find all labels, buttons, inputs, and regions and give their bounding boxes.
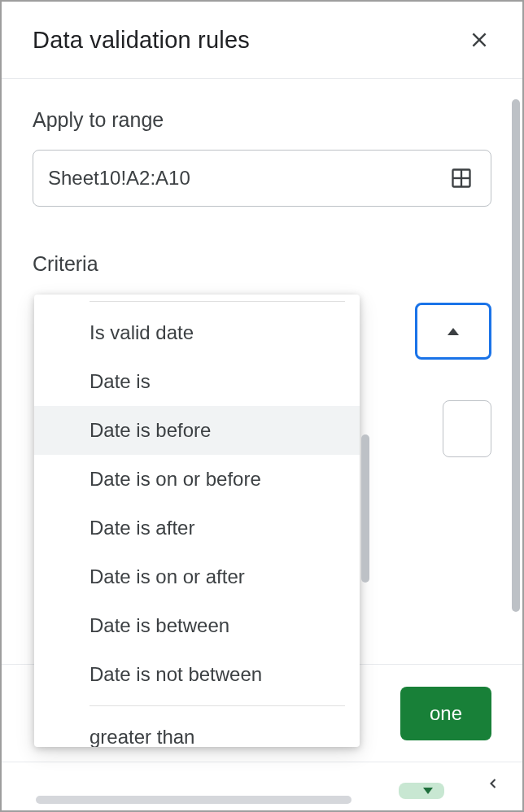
sheet-status-pill[interactable] <box>399 783 444 799</box>
horizontal-scrollbar[interactable] <box>36 796 352 804</box>
dropdown-option[interactable]: Date is between <box>34 601 360 650</box>
dropdown-option[interactable]: greater than <box>34 713 360 747</box>
chevron-left-icon <box>485 775 501 792</box>
dropdown-scrollbar[interactable] <box>361 434 369 583</box>
scroll-tabs-button[interactable] <box>480 771 506 799</box>
chevron-down-icon <box>423 788 433 794</box>
dropdown-option[interactable]: Is valid date <box>34 308 360 357</box>
criteria-dropdown: Is valid date Date is Date is before Dat… <box>34 295 360 747</box>
select-range-button[interactable] <box>447 164 476 193</box>
criteria-select-trigger[interactable] <box>415 303 491 360</box>
dropdown-option[interactable]: Date is not between <box>34 650 360 699</box>
dropdown-divider <box>90 705 345 706</box>
range-input-wrapper[interactable] <box>33 150 491 207</box>
apply-range-label: Apply to range <box>33 108 491 132</box>
panel-scrollbar[interactable] <box>512 99 520 612</box>
dropdown-option[interactable]: Date is on or after <box>34 552 360 601</box>
panel-header: Data validation rules <box>2 2 522 79</box>
dropdown-divider <box>90 301 345 302</box>
range-input[interactable] <box>48 167 447 190</box>
dropdown-option[interactable]: Date is before <box>34 406 360 455</box>
secondary-criteria-field[interactable] <box>443 400 491 457</box>
dropdown-option[interactable]: Date is after <box>34 504 360 552</box>
close-icon <box>469 29 490 50</box>
dropdown-option[interactable]: Date is <box>34 357 360 406</box>
panel-content: Apply to range Criteria <box>2 79 522 276</box>
dropdown-option[interactable]: Date is on or before <box>34 455 360 504</box>
bottom-bar <box>2 762 522 810</box>
close-button[interactable] <box>464 24 495 55</box>
panel-title: Data validation rules <box>33 27 250 54</box>
grid-icon <box>450 167 473 190</box>
done-button[interactable]: one <box>400 687 491 740</box>
chevron-up-icon <box>448 328 459 335</box>
criteria-label: Criteria <box>33 252 491 276</box>
